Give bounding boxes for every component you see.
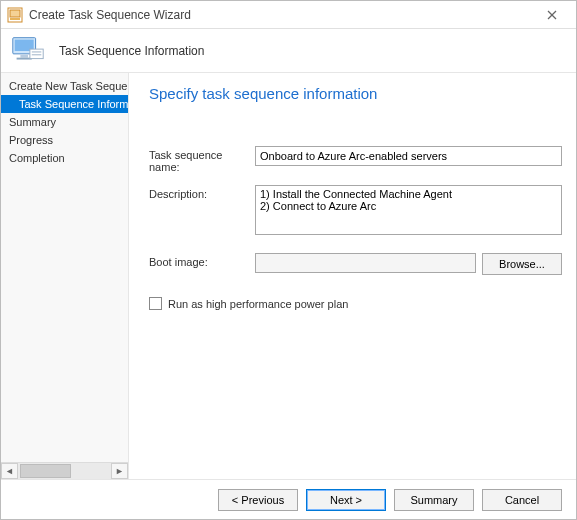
main-pane: Specify task sequence information Task s… [129,73,576,479]
scroll-thumb[interactable] [20,464,71,478]
scroll-left-button[interactable]: ◄ [1,463,18,479]
scroll-track[interactable] [18,463,111,479]
step-item[interactable]: Progress [1,131,128,149]
boot-image-input [255,253,476,273]
step-item[interactable]: Create New Task Sequence [1,77,128,95]
scroll-right-button[interactable]: ► [111,463,128,479]
next-button[interactable]: Next > [306,489,386,511]
computer-icon [9,32,47,70]
description-input[interactable] [255,185,562,235]
description-label: Description: [149,185,255,200]
page-heading: Specify task sequence information [149,85,562,102]
boot-image-row: Boot image: Browse... [149,253,562,275]
power-plan-label: Run as high performance power plan [168,298,348,310]
browse-button[interactable]: Browse... [482,253,562,275]
previous-button[interactable]: < Previous [218,489,298,511]
step-item[interactable]: Summary [1,113,128,131]
task-name-row: Task sequence name: [149,146,562,173]
wizard-body: Create New Task SequenceTask Sequence In… [1,73,576,479]
wizard-footer: < Previous Next > Summary Cancel [1,479,576,519]
svg-rect-9 [30,49,43,59]
summary-button[interactable]: Summary [394,489,474,511]
svg-rect-1 [10,10,20,17]
titlebar: Create Task Sequence Wizard [1,1,576,29]
cancel-button[interactable]: Cancel [482,489,562,511]
wizard-window: Create Task Sequence Wizard Task Sequenc… [0,0,577,520]
task-name-label: Task sequence name: [149,146,255,173]
banner-title: Task Sequence Information [59,44,204,58]
app-icon [7,7,23,23]
step-list: Create New Task SequenceTask Sequence In… [1,73,128,462]
power-plan-checkbox[interactable] [149,297,162,310]
window-title: Create Task Sequence Wizard [29,8,528,22]
task-name-input[interactable] [255,146,562,166]
boot-image-label: Boot image: [149,253,255,268]
power-plan-row: Run as high performance power plan [149,297,562,310]
banner: Task Sequence Information [1,29,576,73]
step-item[interactable]: Completion [1,149,128,167]
svg-rect-2 [10,18,20,20]
sidebar-scrollbar[interactable]: ◄ ► [1,462,128,479]
description-row: Description: [149,185,562,235]
svg-rect-7 [20,54,28,57]
step-item[interactable]: Task Sequence Information [1,95,128,113]
close-button[interactable] [534,5,570,25]
sidebar: Create New Task SequenceTask Sequence In… [1,73,129,479]
